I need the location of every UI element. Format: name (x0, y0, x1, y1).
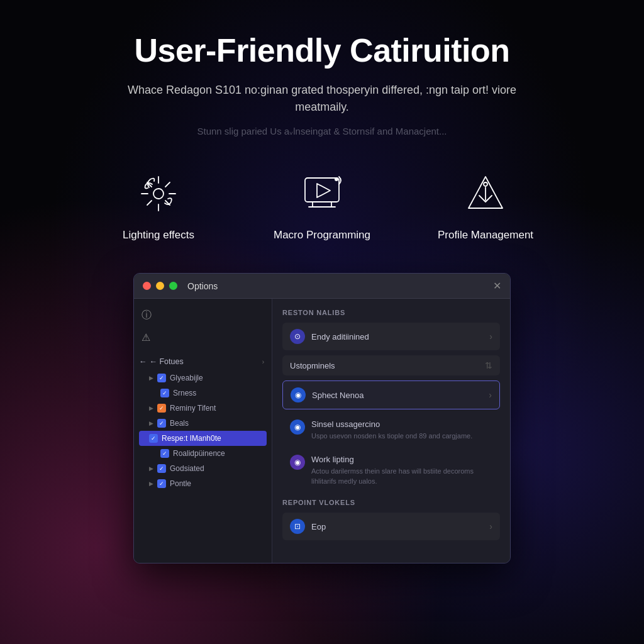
sidebar-icon-strip: ⓘ ⚠ (134, 304, 272, 349)
macro-label: Macro Programming (274, 229, 370, 242)
footer-section-title: Repoint Vlokels (282, 499, 500, 506)
features-row: Lighting effects Macro Programming (108, 169, 536, 242)
checkbox-4[interactable]: ✓ (149, 434, 158, 443)
item-label-5: Roalidpüinence (173, 449, 225, 458)
info-icon: ⓘ (142, 309, 154, 321)
highlighted-option-row[interactable]: ◉ Sphect Nenoa › (282, 380, 500, 409)
sub-icon-1: ◉ (290, 455, 305, 470)
sub-item-0: ◉ Sinsel ussagercino Uspo usevon nosden … (282, 414, 500, 446)
warning-icon: ⚠ (142, 331, 154, 344)
traffic-light-green[interactable] (169, 282, 177, 290)
highlighted-chevron: › (489, 390, 492, 400)
option-1-label: Endy aditiinined (311, 332, 369, 341)
highlighted-label: Sphect Nenoa (312, 391, 364, 400)
expand-arrow-2: ▶ (149, 405, 153, 411)
option-row-1[interactable]: ⊙ Endy aditiinined › (282, 323, 500, 350)
sidebar-item-2[interactable]: ▶ ✓ Reminy Tifent (134, 401, 272, 416)
sidebar-item-7[interactable]: ▶ ✓ Pontle (134, 476, 272, 491)
svg-point-14 (335, 177, 338, 181)
hero-title: User-Friendly Catiruition (134, 31, 509, 69)
hero-tagline: Stunn slig paried Us aᵥlnseingat & Storn… (197, 126, 447, 137)
sidebar-item-1[interactable]: ✓ Srness (134, 386, 272, 401)
sidebar-item-0[interactable]: ▶ ✓ Glyeabijle (134, 370, 272, 386)
footer-chevron: › (489, 521, 492, 531)
traffic-light-yellow[interactable] (156, 282, 164, 290)
item-label-6: Godsiated (170, 464, 204, 473)
dropdown-chevron: ⇅ (485, 360, 492, 370)
expand-arrow-6: ▶ (149, 465, 153, 472)
lighting-effects-icon (133, 169, 184, 219)
sub-item-1-title: Work lipting (311, 455, 492, 464)
item-label-2: Reminy Tifent (170, 404, 216, 413)
lighting-label: Lighting effects (123, 229, 194, 242)
feature-macro: Macro Programming (272, 169, 372, 242)
window-titlebar: Options ✕ (134, 274, 510, 299)
svg-rect-9 (305, 178, 339, 202)
sidebar-item-6[interactable]: ▶ ✓ Godsiated (134, 461, 272, 476)
back-arrow: ← (139, 357, 147, 366)
section-title: RESTON NALIBS (282, 309, 500, 316)
footer-item-row[interactable]: ⊡ Eop › (282, 513, 500, 540)
checkbox-7[interactable]: ✓ (157, 479, 166, 488)
checkbox-6[interactable]: ✓ (157, 464, 166, 473)
footer-item-content: ⊡ Eop (290, 519, 326, 534)
footer-item-label: Eop (311, 522, 326, 531)
window-title: Options (187, 281, 488, 291)
sub-item-0-desc: Uspo usevon nosden ks tiople ond 89 and … (311, 431, 472, 441)
option-1-chevron: › (489, 331, 492, 341)
sub-item-0-title: Sinsel ussagercino (311, 419, 472, 429)
chevron-right-icon: › (262, 358, 264, 365)
window-frame: Options ✕ ⓘ ⚠ ← ← Fotues › (133, 273, 511, 564)
highlighted-icon: ◉ (291, 387, 306, 402)
checkbox-3[interactable]: ✓ (157, 419, 166, 428)
sub-item-1-desc: Actou darilermss thein slare has will bs… (311, 467, 492, 486)
item-label-4: Respe:t IManh0te (162, 434, 221, 443)
checkbox-5[interactable]: ✓ (160, 449, 169, 458)
expand-arrow-7: ▶ (149, 480, 153, 487)
options-window: Options ✕ ⓘ ⚠ ← ← Fotues › (133, 273, 511, 564)
item-label-3: Beals (170, 419, 189, 428)
sidebar-item-4[interactable]: ✓ Respe:t IManh0te (139, 431, 267, 446)
expand-arrow-3: ▶ (149, 420, 153, 426)
highlighted-content: ◉ Sphect Nenoa (291, 387, 364, 402)
svg-line-7 (165, 182, 170, 187)
sidebar-section-label: ← Fotues (150, 357, 184, 366)
item-label-0: Glyeabijle (170, 374, 203, 382)
svg-point-0 (153, 189, 164, 199)
sidebar: ⓘ ⚠ ← ← Fotues › ▶ ✓ Glyeabijle (134, 299, 272, 563)
page-content: User-Friendly Catiruition Whace Redagon … (0, 0, 644, 564)
checkbox-2[interactable]: ✓ (157, 404, 166, 413)
sub-item-0-text: Sinsel ussagercino Uspo usevon nosden ks… (311, 419, 472, 441)
feature-profile: Profile Management (435, 169, 536, 242)
svg-marker-13 (317, 184, 330, 197)
footer-icon: ⊡ (290, 519, 305, 534)
main-panel: RESTON NALIBS ⊙ Endy aditiinined › Ustop… (272, 299, 510, 563)
item-label-7: Pontle (170, 479, 191, 488)
dropdown-label: Ustopminels (290, 361, 335, 370)
sub-item-1-text: Work lipting Actou darilermss thein slar… (311, 455, 492, 486)
sidebar-back-nav[interactable]: ← ← Fotues › (134, 354, 272, 369)
window-close-button[interactable]: ✕ (493, 280, 501, 292)
option-1-content: ⊙ Endy aditiinined (290, 329, 369, 344)
profile-management-icon (460, 169, 511, 219)
sidebar-items-list: ▶ ✓ Glyeabijle ✓ Srness ▶ ✓ Reminy (134, 369, 272, 492)
sidebar-item-5[interactable]: ✓ Roalidpüinence (134, 446, 272, 461)
macro-programming-icon (297, 169, 347, 219)
window-body: ⓘ ⚠ ← ← Fotues › ▶ ✓ Glyeabijle (134, 299, 510, 563)
svg-point-16 (484, 182, 487, 186)
sub-item-1: ◉ Work lipting Actou darilermss thein sl… (282, 450, 500, 491)
sidebar-item-3[interactable]: ▶ ✓ Beals (134, 416, 272, 431)
sub-icon-0: ◉ (290, 419, 305, 435)
option-1-icon: ⊙ (290, 329, 305, 344)
hero-subtitle: Whace Redagon S101 no:ginan grated thosp… (108, 82, 536, 116)
item-label-1: Srness (173, 389, 196, 397)
checkbox-1[interactable]: ✓ (160, 389, 169, 397)
profile-label: Profile Management (438, 229, 533, 242)
expand-arrow-0: ▶ (149, 375, 153, 381)
checkbox-0[interactable]: ✓ (157, 374, 166, 382)
traffic-light-red[interactable] (143, 282, 151, 290)
dropdown-row[interactable]: Ustopminels ⇅ (282, 355, 500, 375)
svg-line-8 (147, 201, 152, 205)
feature-lighting: Lighting effects (108, 169, 209, 242)
